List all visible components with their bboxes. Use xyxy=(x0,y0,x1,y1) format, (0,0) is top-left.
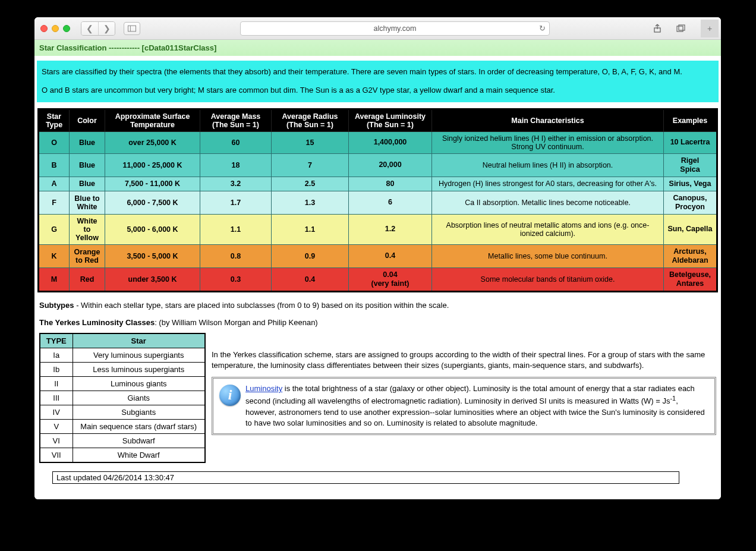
table-row: IILuminous giants xyxy=(40,376,205,391)
minimize-icon[interactable] xyxy=(52,25,59,32)
table-row: VIIWhite Dwarf xyxy=(40,448,205,462)
table-row: FBlue to White6,000 - 7,500 K1.71.36Ca I… xyxy=(39,191,717,214)
lum-type-cell: II xyxy=(40,376,73,391)
table-cell: Blue xyxy=(70,131,105,153)
tabs-button[interactable] xyxy=(673,22,689,35)
th-lum: Average Luminosity (The Sun = 1) xyxy=(349,109,432,131)
table-cell: Orange to Red xyxy=(70,244,105,267)
page-title: Star Classification ------------ [cData0… xyxy=(34,40,721,56)
lum-star-cell: White Dwarf xyxy=(73,448,205,462)
back-button[interactable]: ❮ xyxy=(81,22,98,35)
sidebar-toggle-button[interactable] xyxy=(124,22,140,35)
table-cell: 18 xyxy=(200,153,272,177)
sidebar-icon xyxy=(128,25,136,32)
th-mass: Average Mass (The Sun = 1) xyxy=(200,109,272,131)
lum-type-cell: VII xyxy=(40,448,73,462)
th-radius: Average Radius (The Sun = 1) xyxy=(272,109,349,131)
table-cell: 1.7 xyxy=(200,191,272,214)
window-controls xyxy=(40,25,70,32)
table-cell: K xyxy=(39,244,70,267)
table-row: GWhite to Yellow5,000 - 6,000 K1.11.11.2… xyxy=(39,214,717,244)
share-icon xyxy=(653,24,662,33)
forward-button[interactable]: ❯ xyxy=(98,22,115,35)
table-cell: Sirius, Vega xyxy=(664,177,717,191)
table-cell: 20,000 xyxy=(349,153,432,177)
table-cell: Absorption lines of neutral metallic ato… xyxy=(432,214,664,244)
table-cell: Blue xyxy=(70,177,105,191)
table-cell: 1.1 xyxy=(200,214,272,244)
share-button[interactable] xyxy=(650,22,665,35)
lum-type-cell: VI xyxy=(40,433,73,448)
intro-box: Stars are classified by their spectra (t… xyxy=(37,61,719,102)
table-cell: 0.4 xyxy=(272,267,349,291)
table-cell: Canopus, Procyon xyxy=(664,191,717,214)
subtypes-label: Subtypes xyxy=(39,301,74,310)
close-icon[interactable] xyxy=(40,25,48,32)
yerkes-label: The Yerkes Luminosity Classes xyxy=(39,318,155,327)
table-row: KOrange to Red3,500 - 5,000 K0.80.90.4Me… xyxy=(39,244,717,267)
table-row: IaVery luminous supergiants xyxy=(40,348,205,362)
th-lum-type: TYPE xyxy=(40,333,73,348)
table-cell: 80 xyxy=(349,177,432,191)
table-cell: Blue to White xyxy=(70,191,105,214)
toolbar-right: + xyxy=(650,20,715,37)
reload-icon[interactable]: ↻ xyxy=(539,24,546,33)
table-cell: Metallic lines, some blue continuum. xyxy=(432,244,664,267)
yerkes-title-line: The Yerkes Luminosity Classes: (by Willi… xyxy=(39,318,716,327)
th-temp: Approximate Surface Temperature xyxy=(105,109,200,131)
browser-window: ❮ ❯ alchymy.com ↻ + Star Classification … xyxy=(34,17,721,499)
table-cell: M xyxy=(39,267,70,291)
table-cell: G xyxy=(39,214,70,244)
table-cell: 0.4 xyxy=(349,244,432,267)
right-column: In the Yerkes classification scheme, sta… xyxy=(212,333,716,435)
table-cell: under 3,500 K xyxy=(105,267,200,291)
table-cell: Ca II absorption. Metallic lines become … xyxy=(432,191,664,214)
lum-star-cell: Luminous giants xyxy=(73,376,205,391)
table-cell: B xyxy=(39,153,70,177)
table-cell: Sun, Capella xyxy=(664,214,717,244)
nav-buttons: ❮ ❯ xyxy=(81,21,115,36)
table-cell: 3,500 - 5,000 K xyxy=(105,244,200,267)
luminosity-link[interactable]: Luminosity xyxy=(245,384,282,393)
th-lum-star: Star xyxy=(73,333,205,348)
table-cell: 10 Lacertra xyxy=(664,131,717,153)
titlebar: ❮ ❯ alchymy.com ↻ + xyxy=(34,17,721,40)
subtypes-rest: - Within each stellar type, stars are pl… xyxy=(74,301,449,310)
th-star-type: Star Type xyxy=(39,109,70,131)
lum-type-cell: Ia xyxy=(40,348,73,362)
tabs-icon xyxy=(676,24,686,33)
table-row: BBlue11,000 - 25,000 K18720,000Neutral h… xyxy=(39,153,717,177)
luminosity-classes-table: TYPE Star IaVery luminous supergiantsIbL… xyxy=(39,333,206,463)
table-cell: 0.9 xyxy=(272,244,349,267)
table-cell: 6,000 - 7,500 K xyxy=(105,191,200,214)
table-cell: 11,000 - 25,000 K xyxy=(105,153,200,177)
table-row: OBlueover 25,000 K60151,400,000Singly io… xyxy=(39,131,717,153)
zoom-icon[interactable] xyxy=(63,25,70,32)
svg-rect-4 xyxy=(679,25,685,30)
table-cell: 0.04(very faint) xyxy=(349,267,432,291)
lum-type-cell: IV xyxy=(40,405,73,419)
url-text: alchymy.com xyxy=(373,24,416,33)
table-cell: F xyxy=(39,191,70,214)
table-cell: O xyxy=(39,131,70,153)
table-cell: 1.3 xyxy=(272,191,349,214)
lum-star-cell: Subgiants xyxy=(73,405,205,419)
table-cell: Neutral helium lines (H II) in absorptio… xyxy=(432,153,664,177)
intro-paragraph-1: Stars are classified by their spectra (t… xyxy=(42,67,714,78)
table-row: MRedunder 3,500 K0.30.40.04(very faint)S… xyxy=(39,267,717,291)
table-row: ABlue7,500 - 11,000 K3.22.580Hydrogen (H… xyxy=(39,177,717,191)
lum-type-cell: V xyxy=(40,419,73,433)
lum-star-cell: Less luminous supergiants xyxy=(73,362,205,376)
new-tab-button[interactable]: + xyxy=(701,20,719,37)
info-text-1: is the total brightness of a star (galax… xyxy=(245,384,695,406)
lum-star-cell: Very luminous supergiants xyxy=(73,348,205,362)
table-cell: 1,400,000 xyxy=(349,131,432,153)
info-sup: -1 xyxy=(670,395,676,402)
url-bar[interactable]: alchymy.com ↻ xyxy=(240,21,550,36)
table-header-row: Star Type Color Approximate Surface Temp… xyxy=(39,109,717,131)
table-row: IbLess luminous supergiants xyxy=(40,362,205,376)
luminosity-info-box: i Luminosity is the total brightness of … xyxy=(212,377,716,435)
svg-rect-3 xyxy=(677,26,683,32)
table-cell: Singly ionized helium lines (H I) either… xyxy=(432,131,664,153)
yerkes-rest: : (by William Wilson Morgan and Philip K… xyxy=(155,318,318,327)
